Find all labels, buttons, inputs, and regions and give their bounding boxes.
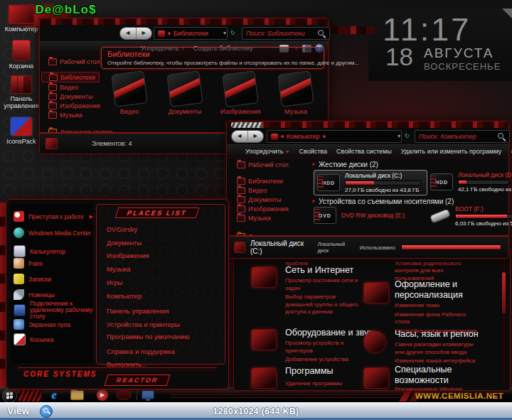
start-button[interactable]: [2, 388, 17, 403]
library-tile-pictures[interactable]: Изображения: [215, 72, 266, 115]
places-item-devices-printers[interactable]: Устройства и принтеры: [107, 321, 180, 328]
appearance-icon[interactable]: [363, 282, 389, 303]
cp-link[interactable]: Изменение фона Рабочего стола: [395, 311, 480, 326]
cp-category-hardware[interactable]: Оборудование и звук: [285, 328, 373, 338]
view-button[interactable]: View: [7, 405, 30, 416]
desktop-icon-control-panel[interactable]: Панель управления: [0, 75, 43, 109]
window-grip[interactable]: [231, 122, 262, 128]
hardware-sound-icon[interactable]: [251, 329, 277, 350]
cp-category-ease[interactable]: Специальные возможности: [395, 365, 473, 386]
places-item-games[interactable]: Игры: [107, 279, 122, 286]
sidebar-item-libraries[interactable]: Библиотеки: [230, 176, 308, 185]
drive-c[interactable]: HDD Локальный диск (C:) 27,0 ГБ свободно…: [314, 170, 427, 195]
network-internet-icon[interactable]: [251, 266, 277, 288]
refresh-icon[interactable]: ↻: [405, 133, 410, 139]
sidebar-item-documents[interactable]: Документы: [230, 195, 308, 204]
scrollbar[interactable]: [502, 254, 506, 384]
drive-e[interactable]: DVD DVD RW дисковод (E:): [314, 207, 420, 224]
cp-link[interactable]: Просмотр устройств и принтеров: [285, 340, 362, 355]
monitor-icon: [142, 390, 154, 399]
programs-icon[interactable]: [251, 367, 277, 389]
menu-item-snipping-tool[interactable]: Ножницы: [14, 289, 93, 300]
cp-link[interactable]: Удаление программы: [285, 380, 362, 388]
organize-button[interactable]: Упорядочить▼: [245, 148, 290, 155]
sidebar-item-pictures[interactable]: Изображения: [41, 101, 100, 110]
cp-category-programs[interactable]: Программы: [285, 366, 334, 377]
forward-icon[interactable]: ►: [137, 28, 152, 39]
cp-link[interactable]: Изменение темы: [395, 302, 480, 310]
menu-item-getting-started[interactable]: Приступая к работе▶: [14, 211, 93, 222]
cp-link[interactable]: Выбор параметров домашней группы и общег…: [285, 294, 362, 316]
address-dropdown-icon[interactable]: ▾: [223, 30, 226, 36]
desktop-icon-computer[interactable]: Компьютер: [0, 4, 43, 33]
sidebar-item-desktop[interactable]: Рабочий стол: [230, 160, 308, 169]
sidebar-item-videos[interactable]: Видео: [230, 185, 308, 195]
library-tile-documents[interactable]: Документы: [159, 72, 210, 115]
taskbar-games[interactable]: [115, 389, 132, 401]
system-properties-button[interactable]: Свойства системы: [336, 148, 392, 155]
zoom-icon[interactable]: [40, 405, 53, 418]
places-item-computer[interactable]: Компьютер: [107, 292, 142, 300]
back-icon[interactable]: ◄: [232, 131, 247, 142]
sidebar-item-documents[interactable]: Документы: [41, 92, 100, 101]
desktop-icon-iconspack[interactable]: IconsPack: [0, 117, 43, 145]
menu-item-paint[interactable]: Paint: [14, 258, 93, 269]
nav-back-forward[interactable]: ◄►: [231, 130, 264, 143]
back-icon[interactable]: ◄: [120, 28, 136, 39]
cp-category-clock[interactable]: Часы, язык и регион: [395, 329, 480, 340]
address-bar[interactable]: Библиотеки: [154, 27, 228, 40]
sidebar-item-pictures[interactable]: Изображения: [230, 204, 308, 213]
menu-item-solitaire[interactable]: Косынка: [14, 333, 93, 345]
ease-of-access-icon[interactable]: [363, 367, 389, 389]
search-icon[interactable]: [318, 30, 326, 38]
sidebar-item-music[interactable]: Музыка: [41, 110, 100, 119]
sidebar-item-desktop[interactable]: Рабочий стол: [41, 57, 100, 66]
places-item-pictures[interactable]: Изображения: [107, 252, 149, 259]
places-item-user[interactable]: DVGorsky: [107, 225, 137, 233]
places-item-control-panel[interactable]: Панель управления: [107, 307, 169, 315]
places-item-music[interactable]: Музыка: [107, 265, 131, 273]
drive-f[interactable]: BOOT (F:) 6,03 ГБ свободно из 58,2 ГБ: [430, 205, 504, 227]
taskbar-remote-desktop[interactable]: [139, 389, 156, 401]
places-item-documents[interactable]: Документы: [107, 239, 142, 247]
nav-back-forward[interactable]: ◄►: [119, 27, 152, 40]
places-item-default-programs[interactable]: Программы по умолчанию: [107, 333, 190, 340]
cp-category-network[interactable]: Сеть и Интернет: [285, 265, 353, 276]
address-bar[interactable]: Компьютер: [267, 130, 402, 143]
library-tile-videos[interactable]: Видео: [104, 72, 155, 115]
status-selected-name: Локальный диск (C:): [250, 239, 313, 255]
search-box[interactable]: Поиск: Библиотеки: [242, 27, 330, 40]
drive-d[interactable]: HDD Локальный диск (D:) 42,1 ГБ свободно…: [430, 171, 504, 193]
cp-link[interactable]: Просмотр состояния сети и задач: [285, 277, 362, 292]
cp-category-appearance[interactable]: Оформление и персонализация: [395, 279, 473, 301]
taskbar-media-player[interactable]: ▶: [94, 389, 111, 401]
sidebar-item-libraries[interactable]: Библиотеки: [41, 72, 100, 82]
search-icon[interactable]: [498, 133, 506, 141]
places-item-help-support[interactable]: Справка и поддержка: [107, 348, 175, 355]
refresh-icon[interactable]: ↻: [230, 30, 235, 36]
desktop-icon-recycle-bin[interactable]: Корзина: [0, 40, 43, 70]
properties-button[interactable]: Свойства: [299, 148, 328, 155]
taskbar-file-explorer[interactable]: [68, 389, 85, 401]
menu-item-calculator[interactable]: Калькулятор: [14, 245, 93, 257]
sidebar-item-music[interactable]: Музыка: [230, 213, 308, 222]
taskbar-internet-explorer[interactable]: e: [46, 389, 63, 401]
library-tile-music[interactable]: Музыка: [270, 72, 321, 115]
sidebar-item-videos[interactable]: Видео: [41, 82, 100, 92]
cp-link[interactable]: Рекомендуемые Windows параметры: [395, 386, 480, 391]
uninstall-button[interactable]: Удалить или изменить программу: [401, 148, 501, 155]
corner-fold: [502, 9, 512, 18]
menu-item-sticky-notes[interactable]: Записки: [14, 274, 93, 284]
menu-item-magnifier[interactable]: Экранная лупа: [14, 319, 93, 330]
clock-region-icon[interactable]: [363, 330, 386, 353]
scrollbar-thumb[interactable]: [502, 272, 506, 313]
reactor-button[interactable]: REACTOR: [104, 375, 171, 386]
cp-link[interactable]: Смена раскладки клавиатуры или других сп…: [395, 341, 480, 356]
cp-link[interactable]: Добавление устройства: [285, 356, 362, 364]
search-box[interactable]: Поиск: Компьютер: [415, 130, 510, 143]
cp-link[interactable]: Изменение языка интерфейса: [395, 357, 480, 365]
address-dropdown-icon[interactable]: ▾: [398, 133, 400, 139]
forward-icon[interactable]: ►: [248, 131, 264, 142]
menu-item-remote-desktop[interactable]: Подключение к удаленному рабочему столу: [14, 301, 93, 320]
menu-item-media-center[interactable]: Windows Media Center: [14, 227, 93, 238]
